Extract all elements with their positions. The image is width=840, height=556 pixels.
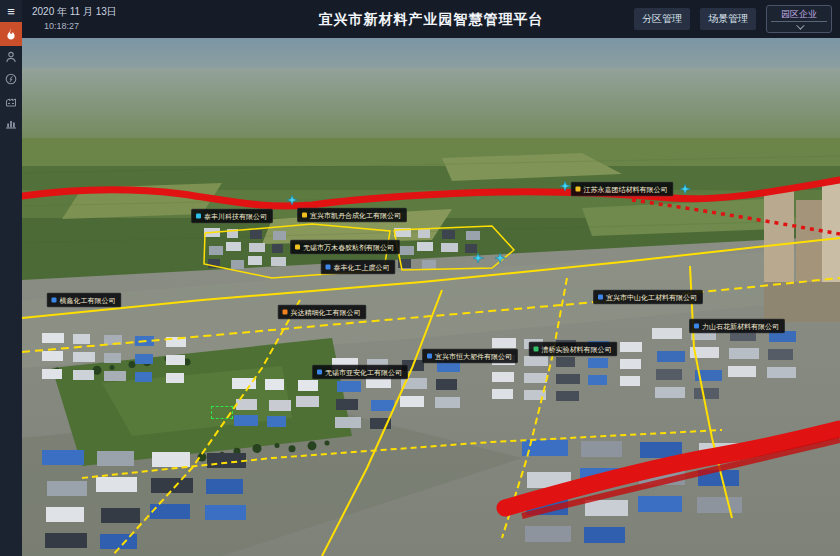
park-enterprise-label: 园区企业 [781, 9, 817, 20]
chevron-down-icon [796, 21, 804, 29]
company-marker-icon [196, 214, 201, 219]
company-marker-icon [52, 298, 57, 303]
company-label-text: 无锡市亚安化工有限公司 [325, 369, 402, 376]
gauge-icon[interactable] [0, 68, 22, 90]
header-bar: 2020 年 11 月 13日 10:18:27 宜兴市新材料产业园智慧管理平台… [22, 0, 840, 38]
company-marker-icon [295, 245, 300, 250]
company-label-text: 宜兴市凯丹合成化工有限公司 [310, 212, 401, 219]
scene-terrain [22, 38, 840, 556]
company-label[interactable]: 无锡市万木春胶粘剂有限公司 [290, 240, 400, 255]
company-label[interactable]: 宜兴市中山化工材料有限公司 [593, 290, 703, 305]
user-icon[interactable] [0, 46, 22, 68]
company-label[interactable]: 无锡市亚安化工有限公司 [312, 365, 408, 380]
sidebar: ≡ [0, 0, 22, 556]
company-marker-icon [598, 295, 603, 300]
company-label-text: 横鑫化工有限公司 [60, 297, 116, 304]
company-label[interactable]: 泰丰川科技有限公司 [191, 209, 273, 224]
drone-marker-icon[interactable] [472, 252, 484, 264]
company-marker-icon [326, 265, 331, 270]
drone-marker-icon[interactable] [559, 180, 571, 192]
menu-icon[interactable]: ≡ [0, 0, 22, 22]
company-label[interactable]: 漕桥实验材料有限公司 [529, 342, 618, 357]
company-label-text: 宜兴市中山化工材料有限公司 [606, 294, 697, 301]
company-marker-icon [317, 370, 322, 375]
flame-icon[interactable] [0, 22, 22, 46]
drone-marker-icon[interactable] [679, 183, 691, 195]
company-label[interactable]: 泰丰化工上虞公司 [321, 260, 396, 275]
header-actions: 分区管理 场景管理 园区企业 [634, 0, 832, 38]
company-label[interactable]: 力山石花新材料有限公司 [689, 319, 785, 334]
company-label-text: 兴达精细化工有限公司 [291, 309, 361, 316]
company-marker-icon [534, 347, 539, 352]
bar-chart-icon[interactable] [0, 112, 22, 134]
company-marker-icon [283, 310, 288, 315]
company-label[interactable]: 兴达精细化工有限公司 [278, 305, 367, 320]
scene-manage-button[interactable]: 场景管理 [700, 8, 756, 30]
company-marker-icon [694, 324, 699, 329]
company-label-text: 江苏永嘉团结材料有限公司 [584, 186, 668, 193]
factory-icon[interactable] [0, 90, 22, 112]
company-label-text: 无锡市万木春胶粘剂有限公司 [303, 244, 394, 251]
right-edge-towers [764, 180, 840, 322]
company-marker-icon [427, 354, 432, 359]
drone-marker-icon[interactable] [494, 252, 506, 264]
map-3d-canvas[interactable]: 泰丰川科技有限公司宜兴市凯丹合成化工有限公司无锡市万木春胶粘剂有限公司泰丰化工上… [22, 38, 840, 556]
company-label-text: 力山石花新材料有限公司 [702, 323, 779, 330]
company-label[interactable]: 宜兴市凯丹合成化工有限公司 [297, 208, 407, 223]
app-window: ≡ 2020 年 11 月 13日 10:18:27 宜兴市新材料产业园智慧管理… [0, 0, 840, 556]
company-marker-icon [302, 213, 307, 218]
company-label-text: 泰丰川科技有限公司 [204, 213, 267, 220]
park-enterprise-dropdown[interactable]: 园区企业 [766, 5, 832, 33]
zone-manage-button[interactable]: 分区管理 [634, 8, 690, 30]
drone-marker-icon[interactable] [286, 194, 298, 206]
selection-box [211, 406, 233, 419]
company-marker-icon [576, 187, 581, 192]
company-label-text: 漕桥实验材料有限公司 [542, 346, 612, 353]
company-label[interactable]: 宜兴市恒大塑件有限公司 [422, 349, 518, 364]
company-label-text: 泰丰化工上虞公司 [334, 264, 390, 271]
company-label[interactable]: 横鑫化工有限公司 [47, 293, 122, 308]
company-label[interactable]: 江苏永嘉团结材料有限公司 [571, 182, 674, 197]
company-label-text: 宜兴市恒大塑件有限公司 [435, 353, 512, 360]
